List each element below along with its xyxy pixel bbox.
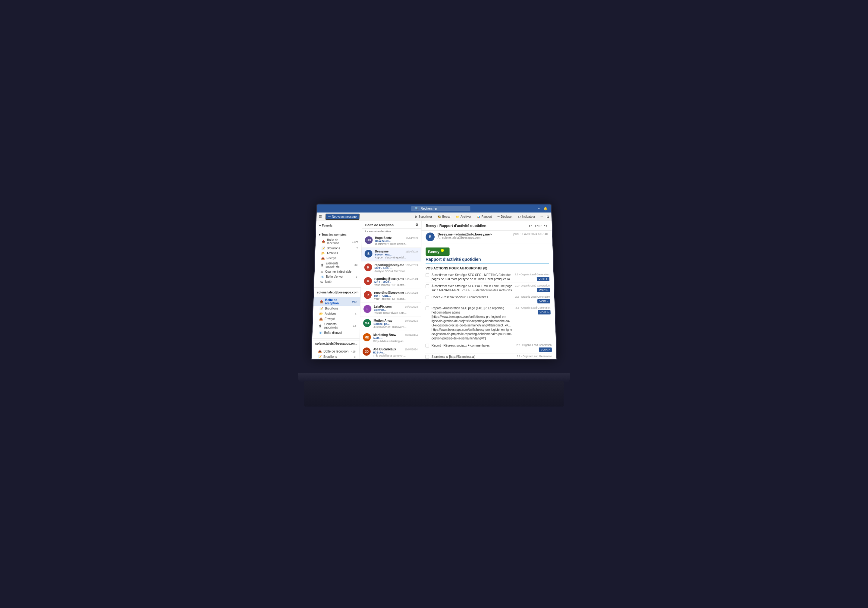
avatar-6: MA xyxy=(363,319,371,327)
report-button[interactable]: 📊 Rapport xyxy=(475,215,494,219)
expand-button[interactable]: ⊡ xyxy=(546,215,549,218)
email-subject-3: MKT - MAR... xyxy=(374,280,418,283)
reply-icon[interactable]: ↩ xyxy=(529,224,532,228)
action-item-5: Seamless ai [http://Seamless.ai] 2.2 - O… xyxy=(425,353,552,359)
email-item-7[interactable]: MB Marketing Brew 10/04/2024 Nothi... Wh… xyxy=(360,331,421,345)
action-check-0[interactable] xyxy=(426,273,429,277)
top-icons: ← 🔔 xyxy=(537,207,548,210)
voir-button-2[interactable]: VOIR > xyxy=(537,299,550,303)
sidebar-item-sent-0[interactable]: 📤 Envoyé xyxy=(315,256,361,261)
report-title: Rapport d'activité quotidien xyxy=(426,257,549,264)
email-item-1[interactable]: B Beesy.me 11/04/2024 Beesy : Rap... Rap… xyxy=(361,248,421,261)
email-preview-5: Private Beta Private Beta... xyxy=(374,311,418,314)
email-subject-7: Nothi... xyxy=(374,337,418,340)
more-button[interactable]: ··· xyxy=(539,215,545,219)
sidebar-item-drafts-0[interactable]: 📝 Brouillons 7 xyxy=(315,246,361,251)
sidebar-item-inbox-1[interactable]: 📥 Boîte de réception 993 xyxy=(313,297,360,306)
email-meta-1: Beesy.me 11/04/2024 xyxy=(375,250,418,253)
draft-icon-2: 📝 xyxy=(318,355,322,358)
email-sender-2: reporting@beesy.me xyxy=(375,264,404,267)
email-content-8: Joe Ducarreaux 10/04/2024 B2B Au... This… xyxy=(373,347,418,357)
sidebar-item-outbox-1[interactable]: 📧 Boîte d'envoi xyxy=(313,330,360,335)
email-item-3[interactable]: R reporting@beesy.me 11/04/2024 MKT - MA… xyxy=(361,275,421,289)
email-preview-3: Your Tableau PDF is atta... xyxy=(374,283,418,286)
email-subject-4: MKT - CIBL... xyxy=(374,294,418,297)
email-item-0[interactable]: HB Hugo Bentz 10/04/2024 Hola peurr... D… xyxy=(362,234,421,248)
action-check-1[interactable] xyxy=(426,285,429,288)
account-header-0[interactable]: ▾ Tous les comptes xyxy=(316,232,362,237)
voir-button-1[interactable]: VOIR > xyxy=(537,288,550,292)
main-layout: ▾ Favoris ▾ Tous les comptes 📥 Boîte de … xyxy=(312,221,556,359)
sidebar-item-deleted-0[interactable]: 🗑 Éléments supprimés 33 xyxy=(315,261,361,269)
archive-icon-1: 📂 xyxy=(319,312,323,315)
email-content-3: reporting@beesy.me 11/04/2024 MKT - MAR.… xyxy=(374,277,418,286)
email-preview-4: Your Tableau PDF is atta... xyxy=(374,297,418,300)
email-item-6[interactable]: MA Motion Array 10/04/2024 Solene, pe...… xyxy=(360,317,421,331)
voir-button-0[interactable]: VOIR > xyxy=(537,277,549,281)
archive-icon-0: 📂 xyxy=(321,252,325,255)
sent-icon-0: 📤 xyxy=(321,257,325,260)
new-message-button[interactable]: ✏ Nouveau message xyxy=(325,213,360,219)
sidebar-item-inbox-2[interactable]: 📥 Boîte de réception 416 xyxy=(312,348,359,354)
action-items-container: À confirmer avec Stratégie SEO SEO - MEE… xyxy=(425,272,552,359)
bell-icon[interactable]: 🔔 xyxy=(543,207,548,210)
email-item-5[interactable]: L LeiaPix.com 10/04/2024 Convert... Priv… xyxy=(360,303,421,317)
sidebar-item-sent-1[interactable]: 📤 Envoyé xyxy=(313,316,360,322)
sidebar-item-outbox-0[interactable]: 📧 Boîte d'envoi 3 xyxy=(315,274,361,279)
filter-icon[interactable]: ⚙ xyxy=(415,223,418,227)
trash-icon-0: 🗑 xyxy=(321,263,324,267)
email-from-info: Beesy.me <admin@info.beesy.me> À : solen… xyxy=(438,233,510,239)
avatar-8: JD xyxy=(363,347,371,356)
email-sender-8: Joe Ducarreaux xyxy=(373,347,396,351)
email-item-2[interactable]: R reporting@beesy.me 10/04/2024 MKT - AN… xyxy=(361,261,421,275)
sidebar-item-noted-0[interactable]: 🏷 Noté xyxy=(314,279,361,285)
indicator-button[interactable]: 🏷 Indicateur xyxy=(516,215,537,219)
action-check-4[interactable] xyxy=(425,344,429,347)
move-button[interactable]: ➡ Déplacer xyxy=(496,215,515,219)
email-preview-7: Why Adidas is betting on... xyxy=(373,340,418,343)
email-timestamp: jeudi 11 avril 2024 à 07:40 xyxy=(513,233,548,236)
sidebar-item-deleted-1[interactable]: 🗑 Éléments supprimés 14 xyxy=(313,322,360,330)
email-content-4: reporting@beesy.me 11/04/2024 MKT - CIBL… xyxy=(374,291,418,300)
email-date-8: 10/04/2024 xyxy=(405,348,417,351)
email-date-0: 10/04/2024 xyxy=(406,236,418,239)
back-icon[interactable]: ← xyxy=(537,207,541,210)
sidebar-item-drafts-1[interactable]: 📝 Brouillons xyxy=(313,306,360,311)
archive-button[interactable]: 📁 Archiver xyxy=(454,215,473,219)
beesy-button[interactable]: 🐝 Beesy xyxy=(436,215,453,219)
email-date-4: 11/04/2024 xyxy=(405,291,418,294)
email-subject-8: B2B Au... xyxy=(373,351,418,354)
sidebar-item-drafts-2[interactable]: 📝 Brouillons 3 xyxy=(312,354,359,359)
sidebar-item-archives-1[interactable]: 📂 Archives 4 xyxy=(313,311,360,316)
delete-button[interactable]: 🗑 Supprimer xyxy=(412,215,434,219)
email-preview-1: Rapport d'activité quotid... xyxy=(375,256,418,259)
voir-button-3[interactable]: VOIR > xyxy=(538,310,551,314)
sidebar-item-junk-0[interactable]: ⚠ Courrier indésirable xyxy=(315,269,361,274)
sent-icon-1: 📤 xyxy=(319,317,323,320)
favorites-header[interactable]: ▾ Favoris xyxy=(316,223,362,228)
spam-icon-0: ⚠ xyxy=(321,270,323,273)
laptop-keyboard xyxy=(304,381,564,407)
sidebar-item-archives-0[interactable]: 📂 Archives xyxy=(315,250,361,256)
email-meta-6: Motion Array 10/04/2024 xyxy=(374,319,418,322)
sidebar-item-inbox-0[interactable]: 📥 Boîte de réception 1106 xyxy=(316,237,362,246)
laptop-screen: 🔍 Rechercher ← 🔔 ☰ ✏ Nouveau message 🗑 xyxy=(311,204,558,360)
forward-icon[interactable]: ↪ xyxy=(544,224,548,228)
hamburger-icon[interactable]: ☰ xyxy=(319,215,324,218)
email-meta-3: reporting@beesy.me 11/04/2024 xyxy=(374,277,418,280)
reply-all-icon[interactable]: ↩↩ xyxy=(534,224,542,228)
inbox-icon-2: 📥 xyxy=(318,350,322,353)
voir-button-4[interactable]: VOIR > xyxy=(539,347,552,352)
email-list-section: La semaine dernière xyxy=(362,229,421,234)
search-box[interactable]: 🔍 Rechercher xyxy=(411,206,470,211)
trash-icon: 🗑 xyxy=(414,215,417,218)
email-item-4[interactable]: R reporting@beesy.me 11/04/2024 MKT - CI… xyxy=(360,289,421,303)
email-content-0: Hugo Bentz 10/04/2024 Hola peurr... Disc… xyxy=(375,236,418,246)
email-item-8[interactable]: JD Joe Ducarreaux 10/04/2024 B2B Au... T… xyxy=(359,345,421,359)
email-viewer-header: Beesy : Rapport d'activité quotidien ↩ ↩… xyxy=(422,221,552,231)
beesy-icon: 🐝 xyxy=(437,215,441,218)
email-items-container: HB Hugo Bentz 10/04/2024 Hola peurr... D… xyxy=(359,234,421,359)
action-check-3[interactable] xyxy=(426,306,429,310)
action-check-5[interactable] xyxy=(425,355,429,359)
action-check-2[interactable] xyxy=(426,295,429,299)
